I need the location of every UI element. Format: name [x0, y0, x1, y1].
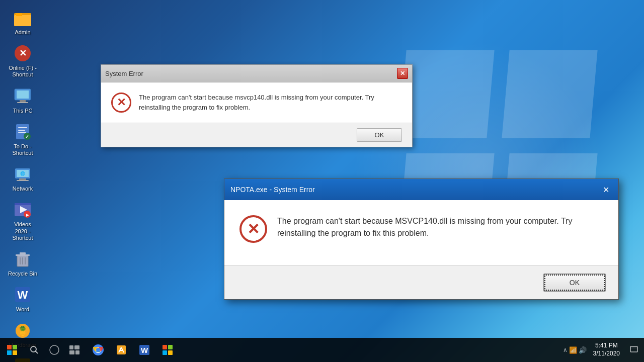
svg-point-56: [96, 348, 100, 352]
svg-text:W: W: [18, 289, 28, 301]
svg-rect-46: [13, 350, 17, 355]
dialog2-footer: OK: [224, 265, 618, 299]
taskbar-tray: ∧ 📶 🔊: [563, 346, 587, 354]
taskbar-pinned-apps: W: [87, 339, 179, 361]
svg-rect-66: [168, 350, 173, 355]
network-icon-img: 🌐: [13, 164, 33, 184]
svg-rect-45: [7, 350, 12, 355]
taskbar: W ∧ 📶 🔊 5:41 P: [0, 338, 644, 362]
dialog1-ok-button[interactable]: OK: [357, 128, 402, 142]
dialog2-title: NPOTA.exe - System Error: [230, 186, 315, 194]
svg-rect-18: [17, 180, 29, 181]
svg-rect-17: [19, 178, 26, 180]
svg-text:✓: ✓: [25, 134, 29, 139]
dialog2-body: ✕ The program can't start because MSVCP1…: [224, 200, 618, 265]
svg-text:🍍: 🍍: [17, 325, 29, 336]
svg-text:W: W: [141, 346, 148, 354]
icon-to-do[interactable]: ✓ To Do - Shortcut: [5, 119, 40, 159]
dialog-system-error-1: System Error ✕ ✕ The program can't start…: [101, 64, 413, 147]
svg-line-48: [36, 351, 38, 354]
dialog2-error-icon: ✕: [239, 215, 267, 243]
svg-rect-53: [75, 350, 79, 354]
dialog1-message: The program can't start because msvcp140…: [139, 93, 402, 112]
this-pc-icon-img: [13, 86, 33, 106]
desktop-icons: Admin ✕ Online (F) - Shortcut: [5, 5, 40, 362]
this-pc-label: This PC: [13, 108, 32, 114]
dialog1-body: ✕ The program can't start because msvcp1…: [101, 82, 412, 123]
taskbar-store-app[interactable]: [156, 339, 179, 361]
taskbar-drawing-app[interactable]: [110, 339, 132, 361]
videos-2020-icon-img: ▶: [13, 200, 33, 220]
svg-rect-43: [7, 345, 12, 349]
svg-rect-63: [163, 345, 167, 349]
icon-network[interactable]: 🌐 Network: [5, 161, 40, 195]
dialog1-footer: OK: [101, 123, 412, 147]
svg-text:🌐: 🌐: [20, 171, 25, 176]
icon-word[interactable]: W Word: [5, 282, 40, 315]
admin-icon-img: [13, 8, 33, 28]
online-f-icon-img: ✕: [13, 43, 33, 63]
icon-admin[interactable]: Admin: [5, 5, 40, 38]
svg-rect-11: [18, 130, 25, 131]
icon-this-pc[interactable]: This PC: [5, 83, 40, 117]
taskbar-search-icon[interactable]: [24, 338, 44, 362]
taskbar-clock[interactable]: 5:41 PM 3/11/2020: [589, 342, 624, 357]
svg-point-47: [31, 346, 36, 352]
svg-rect-7: [20, 100, 26, 102]
admin-label: Admin: [15, 29, 30, 36]
taskbar-right: ∧ 📶 🔊 5:41 PM 3/11/2020: [563, 338, 644, 362]
videos-2020-label: Videos 2020 - Shortcut: [8, 221, 38, 241]
recycle-bin-icon-img: [13, 249, 33, 269]
svg-point-49: [50, 345, 59, 354]
svg-rect-1: [14, 15, 31, 26]
dialog2-close-button[interactable]: ✕: [599, 183, 612, 196]
dialog-npota-system-error: NPOTA.exe - System Error ✕ ✕ The program…: [224, 178, 619, 300]
svg-rect-27: [20, 252, 26, 254]
dialog1-title: System Error: [105, 70, 143, 77]
taskbar-word-app[interactable]: W: [133, 339, 155, 361]
svg-rect-51: [74, 345, 79, 349]
taskbar-cortana-button[interactable]: [44, 338, 64, 362]
svg-rect-2: [16, 13, 22, 16]
word-label: Word: [16, 306, 29, 313]
svg-rect-8: [17, 102, 28, 103]
svg-rect-22: [15, 203, 31, 205]
dialog1-title-bar: System Error ✕: [101, 65, 412, 82]
icon-online-f[interactable]: ✕ Online (F) - Shortcut: [5, 41, 40, 80]
svg-rect-10: [18, 127, 27, 128]
svg-rect-65: [163, 350, 167, 355]
svg-rect-52: [69, 350, 74, 354]
svg-rect-12: [18, 132, 26, 133]
svg-rect-6: [17, 90, 29, 99]
online-f-label: Online (F) - Shortcut: [8, 65, 38, 78]
svg-rect-67: [630, 346, 637, 352]
svg-rect-64: [168, 345, 173, 349]
svg-rect-26: [16, 254, 30, 256]
taskbar-time: 5:41 PM: [593, 342, 620, 350]
dialog2-message: The program can't start because MSVCP140…: [277, 215, 603, 239]
dialog1-close-button[interactable]: ✕: [397, 68, 408, 79]
icon-videos-2020[interactable]: ▶ Videos 2020 - Shortcut: [5, 197, 40, 244]
dialog2-title-bar: NPOTA.exe - System Error ✕: [224, 179, 618, 200]
word-icon-img: W: [13, 285, 33, 305]
tray-up-arrow[interactable]: ∧: [563, 346, 568, 353]
network-label: Network: [13, 186, 33, 192]
svg-rect-44: [13, 345, 17, 349]
to-do-icon-img: ✓: [13, 122, 33, 142]
svg-text:✕: ✕: [19, 48, 27, 58]
icon-recycle-bin[interactable]: Recycle Bin: [5, 246, 40, 280]
dialog2-ok-button[interactable]: OK: [543, 274, 606, 292]
taskbar-chrome-app[interactable]: [87, 339, 109, 361]
desktop: Admin ✕ Online (F) - Shortcut: [0, 0, 644, 362]
taskbar-notification-button[interactable]: [626, 338, 641, 362]
taskbar-date: 3/11/2020: [593, 350, 620, 358]
dialog1-error-icon: ✕: [111, 93, 131, 113]
svg-rect-50: [69, 345, 73, 349]
taskbar-start-button[interactable]: [0, 338, 24, 362]
tray-volume-icon[interactable]: 🔊: [579, 346, 587, 354]
taskbar-task-view-button[interactable]: [64, 338, 85, 362]
to-do-label: To Do - Shortcut: [8, 143, 38, 156]
tray-network-icon: 📶: [569, 346, 577, 354]
recycle-bin-label: Recycle Bin: [8, 270, 37, 277]
